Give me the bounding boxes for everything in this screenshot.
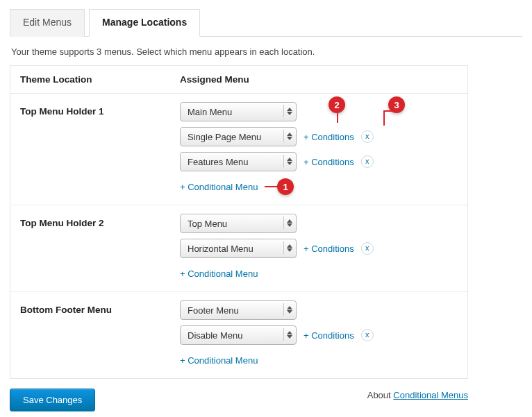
remove-menu-button[interactable]: x — [361, 242, 374, 255]
menu-select[interactable]: Horizontal Menu — [180, 239, 297, 258]
callout-1-connector — [265, 186, 277, 187]
add-conditional-menu-link[interactable]: + Conditional Menu — [180, 355, 258, 366]
callout-2: 2 — [329, 96, 345, 113]
menu-select[interactable]: Top Menu — [180, 214, 297, 233]
menu-select[interactable]: Footer Menu — [180, 300, 297, 320]
locations-table: Theme Location Assigned Menu Top Menu Ho… — [10, 65, 468, 379]
menu-select[interactable]: Features Menu — [180, 152, 297, 171]
location-label: Top Menu Holder 1 — [20, 99, 180, 117]
conditions-link[interactable]: + Conditions — [304, 330, 354, 341]
callout-2-connector — [337, 113, 338, 123]
add-conditional-menu-link[interactable]: + Conditional Menu — [180, 182, 258, 192]
location-row: Top Menu Holder 2 Top Menu — [10, 205, 467, 292]
remove-menu-button[interactable]: x — [361, 329, 374, 341]
remove-menu-button[interactable]: x — [361, 155, 374, 168]
header-assigned-menu: Assigned Menu — [180, 74, 458, 85]
location-row: Bottom Footer Menu Footer Menu — [10, 292, 467, 378]
location-row: Top Menu Holder 1 Main Menu 2 — [10, 94, 467, 205]
callout-3-connector — [384, 110, 392, 112]
conditions-link[interactable]: + Conditions — [304, 132, 354, 142]
header-theme-location: Theme Location — [20, 74, 180, 85]
remove-menu-button[interactable]: x — [361, 130, 374, 143]
menu-select[interactable]: Single Page Menu — [180, 127, 297, 146]
location-label: Bottom Footer Menu — [20, 298, 180, 315]
menu-select[interactable]: Main Menu — [180, 102, 297, 121]
location-label: Top Menu Holder 2 — [20, 211, 180, 228]
about-conditional-menus-link[interactable]: Conditional Menus — [393, 390, 468, 400]
conditions-link[interactable]: + Conditions — [304, 244, 354, 254]
about-text: About Conditional Menus — [367, 390, 468, 400]
callout-3-connector-v — [383, 110, 385, 126]
table-header: Theme Location Assigned Menu — [10, 66, 467, 94]
add-conditional-menu-link[interactable]: + Conditional Menu — [180, 269, 258, 279]
tab-manage-locations[interactable]: Manage Locations — [89, 9, 200, 37]
tab-bar: Edit Menus Manage Locations — [10, 8, 522, 37]
save-changes-button[interactable]: Save Changes — [10, 389, 95, 411]
intro-text: Your theme supports 3 menus. Select whic… — [11, 46, 522, 57]
menu-select[interactable]: Disable Menu — [180, 325, 297, 345]
tab-edit-menus[interactable]: Edit Menus — [10, 9, 85, 37]
conditions-link[interactable]: + Conditions — [304, 157, 354, 167]
about-prefix: About — [367, 390, 394, 400]
callout-1: 1 — [277, 178, 294, 195]
